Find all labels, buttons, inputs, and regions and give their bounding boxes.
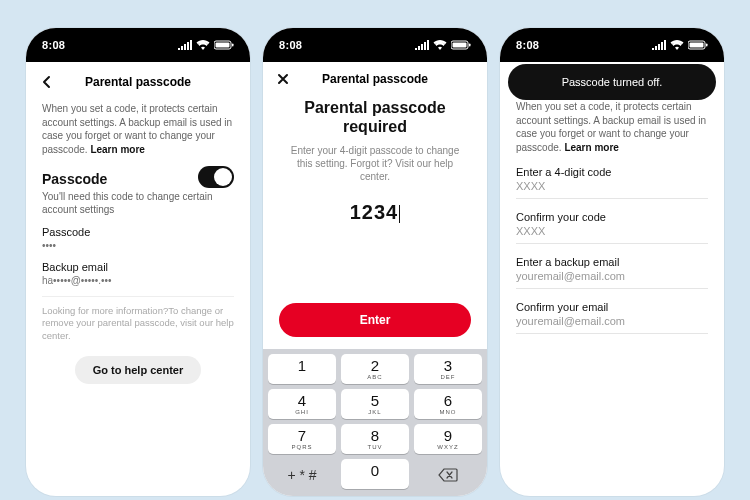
key-1[interactable]: 1 [268,354,336,384]
navbar: Parental passcode [263,62,487,96]
phone-passcode-setup: 8:08 Passcode turned off. When you set a… [500,28,724,496]
learn-more-link[interactable]: Learn more [564,142,618,153]
passcode-toggle[interactable] [198,166,234,188]
confirm-code-input[interactable]: XXXX [516,225,708,237]
status-time: 8:08 [516,39,539,51]
help-center-button[interactable]: Go to help center [75,356,201,384]
navbar: Parental passcode [26,62,250,102]
backup-email-label: Backup email [42,261,234,273]
svg-rect-5 [469,44,471,47]
backup-email-value: ha•••••@•••••.••• [42,275,234,286]
enter-code-label: Enter a 4-digit code [516,166,708,178]
status-time: 8:08 [279,39,302,51]
content: When you set a code, it protects certain… [26,102,250,496]
code-input[interactable]: 1234 [350,201,401,224]
confirm-email-input[interactable]: youremail@email.com [516,315,708,327]
battery-icon [451,40,471,50]
svg-rect-2 [232,44,234,47]
enter-email-input[interactable]: youremail@email.com [516,270,708,282]
passcode-label: Passcode [42,226,234,238]
toast-notification: Passcode turned off. [508,64,716,100]
key-6[interactable]: 6MNO [414,389,482,419]
status-bar: 8:08 [263,28,487,62]
svg-rect-8 [706,44,708,47]
signal-icon [415,40,429,50]
signal-icon [652,40,666,50]
close-button[interactable] [277,73,289,85]
key-symbols[interactable]: + * # [268,459,336,489]
navbar-title: Parental passcode [85,75,191,89]
key-3[interactable]: 3DEF [414,354,482,384]
content: When you set a code, it protects certain… [500,62,724,496]
battery-icon [214,40,234,50]
svg-rect-1 [216,43,230,48]
passcode-section-sub: You'll need this code to change certain … [42,190,234,216]
confirm-code-label: Confirm your code [516,211,708,223]
passcode-section-title: Passcode [42,171,107,187]
key-4[interactable]: 4GHI [268,389,336,419]
status-time: 8:08 [42,39,65,51]
phone-settings-main: 8:08 Parental passcode When you set a co… [26,28,250,496]
key-9[interactable]: 9WXYZ [414,424,482,454]
back-button[interactable] [40,75,54,89]
svg-rect-4 [453,43,467,48]
navbar-title: Parental passcode [322,72,428,86]
help-text: Looking for more information?To change o… [42,305,234,342]
passcode-value: •••• [42,240,234,251]
wifi-icon [196,40,210,50]
status-bar: 8:08 [26,28,250,62]
enter-email-label: Enter a backup email [516,256,708,268]
dialog-description: Enter your 4-digit passcode to change th… [263,144,487,183]
enter-code-input[interactable]: XXXX [516,180,708,192]
wifi-icon [433,40,447,50]
key-backspace[interactable] [414,459,482,489]
key-2[interactable]: 2ABC [341,354,409,384]
key-0[interactable]: 0 [341,459,409,489]
enter-button[interactable]: Enter [279,303,471,337]
numeric-keypad: 1 2ABC 3DEF 4GHI 5JKL 6MNO 7PQRS 8TUV 9W… [263,349,487,496]
description: When you set a code, it protects certain… [42,102,234,156]
dialog-title: Parental passcode required [263,96,487,144]
learn-more-link[interactable]: Learn more [90,144,144,155]
key-7[interactable]: 7PQRS [268,424,336,454]
svg-rect-7 [690,43,704,48]
wifi-icon [670,40,684,50]
key-8[interactable]: 8TUV [341,424,409,454]
description: When you set a code, it protects certain… [516,100,708,154]
confirm-email-label: Confirm your email [516,301,708,313]
battery-icon [688,40,708,50]
signal-icon [178,40,192,50]
status-bar: 8:08 [500,28,724,62]
key-5[interactable]: 5JKL [341,389,409,419]
phone-passcode-entry: 8:08 Parental passcode Parental passcode… [263,28,487,496]
